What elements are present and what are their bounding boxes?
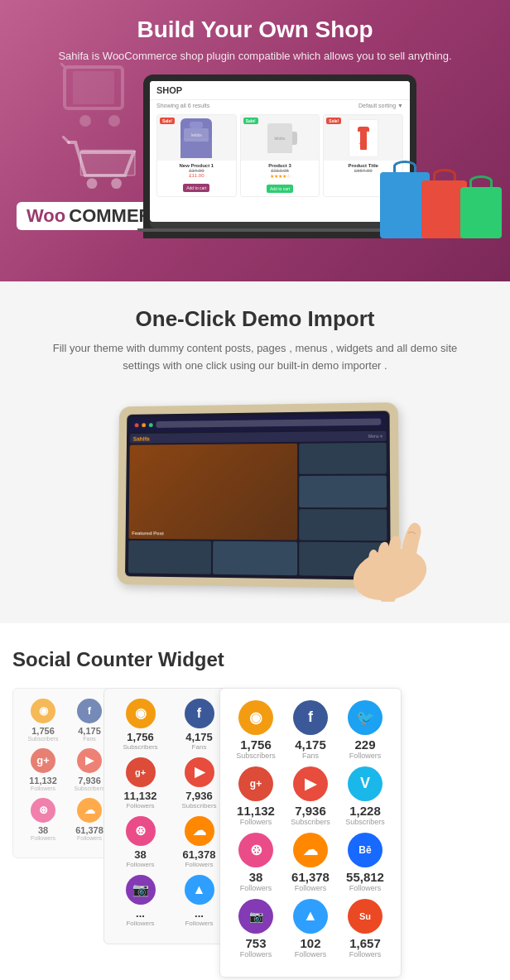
add-to-cart-btn[interactable]: Add to cart (267, 185, 293, 193)
rss-label: Subscribers (236, 752, 276, 760)
laptop-mockup: SHOP Showing all 6 results Default sorti… (143, 74, 416, 238)
behance-count: 55,812 (346, 870, 384, 884)
social-item-dribbble: ⊛ 38 Followers (23, 798, 63, 841)
dribbble-icon: ⊛ (31, 798, 55, 823)
product-badge: Sale! (243, 118, 258, 124)
stumble-label: Followers (349, 950, 382, 958)
svg-point-6 (87, 178, 98, 189)
fb-label: Fans (192, 743, 207, 751)
hand-icon (336, 512, 444, 607)
tw-label: Followers (349, 752, 382, 760)
svg-point-2 (79, 115, 91, 127)
shop-results-row: Showing all 6 results Default sorting ▼ (150, 100, 410, 111)
social-item-yt: ▶ 7,936 Subscribers (173, 757, 225, 809)
fb-count: 4,175 (78, 726, 101, 736)
gplus-label: Followers (240, 818, 272, 826)
gplus-count: 11,132 (237, 804, 275, 818)
shop-section: Build Your Own Shop Sahifa is WooCommerc… (0, 0, 510, 281)
dribbble-count: 38 (134, 848, 146, 861)
yt-count: 7,936 (295, 804, 326, 818)
rss-count: 1,756 (240, 737, 272, 752)
social-widget-large: ◉ 1,756 Subscribers f 4,175 Fans 🐦 229 F… (219, 688, 402, 978)
social-item-rss: ◉ 1,756 Subscribers (232, 700, 280, 760)
stumble-count: 1,657 (349, 936, 381, 950)
yt-label: Subscribers (181, 802, 216, 809)
rss-count: 1,756 (127, 731, 154, 743)
shop-content: Woo COMMERCE SHOP Showing all 6 results … (17, 74, 493, 238)
dribbble-icon: ⊛ (238, 833, 273, 867)
social-row: g+ 11,132 Followers ▶ 7,936 Subscribers … (232, 766, 389, 826)
dribbble-label: Followers (240, 884, 272, 892)
disqus-label: Followers (185, 920, 213, 927)
twitter-icon: 🐦 (348, 700, 382, 735)
rss-count: 1,756 (31, 726, 55, 736)
social-item-behance: Bē 55,812 Followers (341, 833, 389, 892)
social-row: 📷 ... Followers ▲ ... Followers (114, 875, 225, 927)
disqus-label: Followers (295, 950, 327, 958)
social-item-soundcloud: ☁ 61,378 Followers (173, 816, 225, 868)
social-widget-medium: ◉ 1,756 Subscribers f 4,175 Fans g+ 11,1… (103, 688, 236, 944)
product-badge: Sale! (326, 118, 341, 124)
social-item-gplus: g+ 11,132 Followers (114, 757, 166, 809)
tablet-mockup-wrap: Sahifa Menu ▾ Featured Post (17, 392, 493, 598)
laptop-screen: SHOP Showing all 6 results Default sorti… (150, 81, 410, 222)
demo-title: One-Click Demo Import (17, 306, 493, 332)
social-item-fb: f 4,175 Fans (286, 700, 334, 760)
fb-count: 4,175 (185, 731, 213, 743)
instagram-icon: 📷 (126, 875, 156, 905)
social-item-rss: ◉ 1,756 Subscribers (23, 699, 63, 742)
product-price-sale: £11.00 (160, 173, 233, 178)
instagram-icon: 📷 (238, 899, 273, 934)
gplus-icon: g+ (31, 748, 55, 773)
svg-rect-1 (73, 71, 114, 104)
social-item-disqus: ▲ 102 Followers (286, 899, 334, 958)
rss-icon: ◉ (126, 699, 156, 728)
soundcloud-count: 61,378 (291, 870, 330, 884)
soundcloud-label: Followers (77, 835, 102, 841)
social-row: g+ 11,132 Followers ▶ 7,936 Subscribers (23, 748, 109, 791)
social-item-disqus: ▲ ... Followers (173, 875, 225, 927)
demo-section: One-Click Demo Import Fill your theme wi… (0, 281, 510, 623)
disqus-icon: ▲ (185, 875, 214, 905)
add-to-cart-btn[interactable]: Add to cart (183, 184, 209, 192)
bag-handle (433, 169, 456, 180)
soundcloud-label: Followers (185, 861, 213, 868)
behance-label: Followers (349, 884, 382, 892)
product-card: Sale! lelobs New Product 1 £14.00 £11.0 (156, 114, 237, 197)
gplus-icon: g+ (238, 766, 273, 801)
social-row: ⊛ 38 Followers ☁ 61,378 Followers (23, 798, 109, 841)
soundcloud-label: Followers (295, 884, 327, 892)
social-item-gplus: g+ 11,132 Followers (23, 748, 63, 791)
demo-description: Fill your theme with dummy content posts… (48, 340, 462, 375)
shop-title: Build Your Own Shop (17, 17, 493, 43)
behance-icon: Bē (348, 833, 382, 867)
svg-point-7 (111, 178, 122, 189)
facebook-icon: f (77, 699, 102, 723)
svg-rect-5 (80, 151, 135, 175)
instagram-label: Followers (126, 920, 154, 927)
yt-count: 7,936 (78, 776, 101, 785)
instagram-label: Followers (240, 950, 272, 958)
rss-icon: ◉ (238, 700, 273, 735)
fb-label: Fans (302, 752, 319, 760)
soundcloud-icon: ☁ (293, 833, 328, 867)
gplus-label: Followers (31, 785, 55, 791)
dribbble-count: 38 (249, 870, 263, 884)
dribbble-count: 38 (38, 825, 48, 835)
social-row: ⊛ 38 Followers ☁ 61,378 Followers (114, 816, 225, 868)
shop-screen-header: SHOP (150, 81, 410, 100)
bag-green (460, 187, 502, 238)
youtube-icon: ▶ (293, 766, 328, 801)
svg-line-4 (60, 63, 65, 67)
disqus-count: ... (195, 907, 204, 920)
bag-handle (393, 161, 416, 172)
social-section: Social Counter Widget ◉ 1,756 Subscriber… (0, 623, 510, 980)
instagram-count: ... (136, 907, 145, 920)
svg-point-3 (108, 115, 120, 127)
vimeo-label: Subscribers (345, 818, 385, 826)
soundcloud-icon: ☁ (185, 816, 214, 846)
yt-label: Subscribers (291, 818, 330, 826)
rss-label: Subscribers (28, 736, 59, 742)
social-item-tw: 🐦 229 Followers (341, 700, 389, 760)
social-item-stumble: Su 1,657 Followers (341, 899, 389, 958)
